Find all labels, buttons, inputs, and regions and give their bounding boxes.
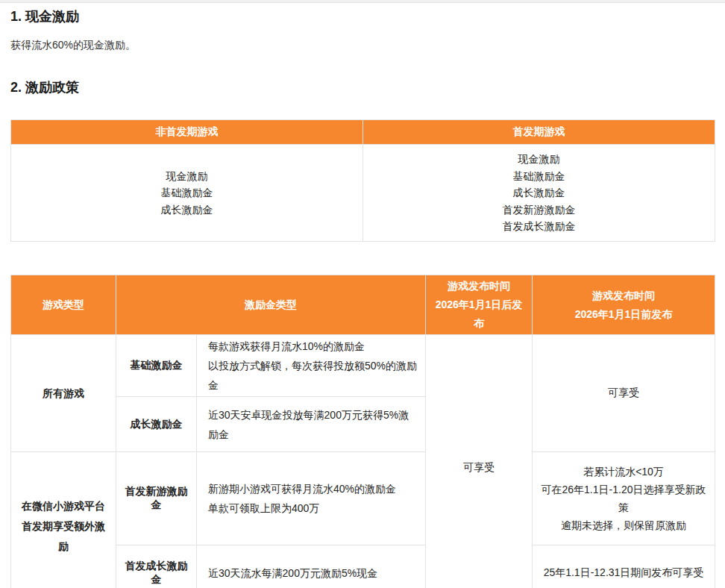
incentive-item: 基础激励金 xyxy=(16,184,358,201)
t2-header-released-before: 游戏发布时间 2026年1月1日前发布 xyxy=(533,275,715,335)
document-body: 1. 现金激励 获得流水60%的现金激励。 2. 激励政策 非首发期游戏 首发期… xyxy=(0,7,725,588)
t2-group-first-launch-extra: 在微信小游戏平台首发期享受额外激励 xyxy=(11,452,116,588)
t2-type-first-launch-growth-bonus: 首发成长激励金 xyxy=(116,545,197,588)
incentive-item: 成长激励金 xyxy=(16,201,358,219)
incentive-item: 成长激励金 xyxy=(368,184,710,201)
t1-non-first-launch-items: 现金激励 基础激励金 成长激励金 xyxy=(11,145,363,242)
section-2-heading: 2. 激励政策 xyxy=(10,78,715,97)
incentive-item: 首发新游激励金 xyxy=(368,201,710,219)
t2-after-eligibility: 可享受 xyxy=(426,335,533,588)
t2-desc-basic-bonus: 每款游戏获得月流水10%的激励金 以投放方式解锁，每次获得投放额50%的激励金 xyxy=(197,335,426,397)
incentive-item: 首发成长激励金 xyxy=(368,218,710,235)
incentive-item: 基础激励金 xyxy=(368,168,710,185)
t2-before-release-window: 25年1.1日-12.31日期间发布可享受 xyxy=(533,545,715,588)
header-line: 2026年1月1日前发布 xyxy=(537,305,710,324)
table-header-row: 非首发期游戏 首发期游戏 xyxy=(11,120,715,145)
t2-before-policy-choice: 若累计流水<10万 可在26年1.1日-1.20日选择享受新政策 逾期未选择，则… xyxy=(533,452,715,545)
desc-line: 单款可领取上限为400万 xyxy=(208,498,418,518)
t2-header-game-type: 游戏类型 xyxy=(11,275,116,335)
header-line: 游戏发布时间 xyxy=(537,287,710,305)
t2-desc-growth-bonus: 近30天安卓现金投放每满200万元获得5%激励金 xyxy=(197,397,426,452)
t2-header-bonus-type: 激励金类型 xyxy=(116,275,426,335)
desc-line: 新游期小游戏可获得月流水40%的激励金 xyxy=(208,479,418,498)
table-header-row: 游戏类型 激励金类型 游戏发布时间 2026年1月1日后发布 游戏发布时间 20… xyxy=(11,275,715,335)
t2-type-basic-bonus: 基础激励金 xyxy=(116,335,197,397)
table-row: 在微信小游戏平台首发期享受额外激励 首发新游激励金 新游期小游戏可获得月流水40… xyxy=(11,452,715,545)
note-line: 逾期未选择，则保留原激励 xyxy=(537,516,710,534)
t2-group-all-games: 所有游戏 xyxy=(11,335,116,452)
t1-header-first-launch: 首发期游戏 xyxy=(363,120,715,145)
header-line: 2026年1月1日后发布 xyxy=(430,295,527,333)
t2-type-first-launch-new-game-bonus: 首发新游激励金 xyxy=(116,452,197,545)
t1-header-non-first-launch: 非首发期游戏 xyxy=(11,120,363,145)
t2-before-eligibility-all: 可享受 xyxy=(533,335,715,452)
table-row: 首发成长激励金 近30天流水每满200万元激励5%现金 25年1.1日-12.3… xyxy=(11,545,715,588)
section-1-paragraph: 获得流水60%的现金激励。 xyxy=(10,37,715,52)
t2-desc-first-launch-growth-bonus: 近30天流水每满200万元激励5%现金 xyxy=(197,545,426,588)
note-line: 若累计流水<10万 xyxy=(537,463,710,481)
desc-line: 近30天安卓现金投放每满200万元获得5%激励金 xyxy=(208,405,418,444)
launch-period-table: 非首发期游戏 首发期游戏 现金激励 基础激励金 成长激励金 现金激励 基础激励金… xyxy=(10,119,715,242)
t2-header-released-after: 游戏发布时间 2026年1月1日后发布 xyxy=(426,275,533,335)
desc-line: 近30天流水每满200万元激励5%现金 xyxy=(208,563,418,583)
header-line: 游戏发布时间 xyxy=(430,277,527,295)
desc-line: 以投放方式解锁，每次获得投放额50%的激励金 xyxy=(208,356,418,395)
page-top-divider xyxy=(0,0,725,3)
table-row: 现金激励 基础激励金 成长激励金 现金激励 基础激励金 成长激励金 首发新游激励… xyxy=(11,145,715,242)
desc-line: 每款游戏获得月流水10%的激励金 xyxy=(208,337,418,356)
t2-type-growth-bonus: 成长激励金 xyxy=(116,397,197,452)
incentive-item: 现金激励 xyxy=(368,151,710,168)
incentive-item: 现金激励 xyxy=(16,168,358,185)
note-line: 可在26年1.1日-1.20日选择享受新政策 xyxy=(537,481,710,516)
incentive-policy-table: 游戏类型 激励金类型 游戏发布时间 2026年1月1日后发布 游戏发布时间 20… xyxy=(10,275,715,588)
t1-first-launch-items: 现金激励 基础激励金 成长激励金 首发新游激励金 首发成长激励金 xyxy=(363,145,715,242)
t2-desc-first-launch-new-game-bonus: 新游期小游戏可获得月流水40%的激励金 单款可领取上限为400万 xyxy=(197,452,426,545)
table-row: 所有游戏 基础激励金 每款游戏获得月流水10%的激励金 以投放方式解锁，每次获得… xyxy=(11,335,715,397)
section-1-heading: 1. 现金激励 xyxy=(10,7,715,26)
